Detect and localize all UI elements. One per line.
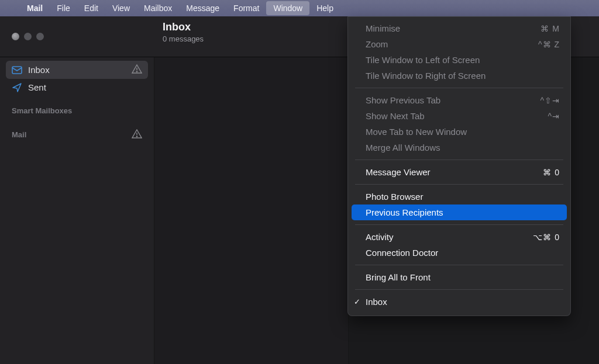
- sidebar-section-smart[interactable]: Smart Mailboxes: [6, 96, 148, 119]
- menu-item-photo-browser[interactable]: Photo Browser: [348, 189, 570, 204]
- menu-item-tile-left[interactable]: Tile Window to Left of Screen: [348, 52, 570, 68]
- list-title: Inbox: [163, 21, 204, 33]
- svg-point-4: [136, 136, 137, 137]
- svg-rect-0: [12, 67, 22, 74]
- menubar: Mail File Edit View Mailbox Message Form…: [0, 0, 599, 16]
- traffic-close[interactable]: [12, 33, 19, 40]
- menu-separator: [355, 289, 563, 290]
- list-subtitle: 0 messages: [163, 34, 204, 43]
- menu-view[interactable]: View: [105, 1, 137, 15]
- menu-item-merge[interactable]: Merge All Windows: [348, 140, 570, 155]
- menu-item-prev-tab[interactable]: Show Previous Tab ^⇧⇥: [348, 92, 570, 108]
- menu-item-move-tab[interactable]: Move Tab to New Window: [348, 124, 570, 140]
- sidebar-item-inbox[interactable]: Inbox: [6, 61, 148, 79]
- menu-file[interactable]: File: [50, 1, 77, 15]
- menu-item-message-viewer[interactable]: Message Viewer ⌘ 0: [348, 164, 570, 180]
- check-icon: ✓: [354, 297, 360, 306]
- menu-mail[interactable]: Mail: [20, 1, 50, 15]
- warning-icon: [132, 129, 142, 140]
- sidebar-item-sent[interactable]: Sent: [6, 79, 148, 96]
- menu-item-next-tab[interactable]: Show Next Tab ^⇥: [348, 108, 570, 124]
- menu-separator: [355, 265, 563, 265]
- svg-point-2: [136, 71, 137, 72]
- menu-window[interactable]: Window: [266, 1, 309, 15]
- menu-help[interactable]: Help: [309, 1, 340, 15]
- traffic-minimise[interactable]: [24, 33, 32, 40]
- window-controls: [12, 33, 44, 40]
- warning-icon: [132, 64, 142, 75]
- menu-item-bring-to-front[interactable]: Bring All to Front: [348, 269, 570, 285]
- window-menu-dropdown: Minimise ⌘ M Zoom ^⌘ Z Tile Window to Le…: [347, 16, 571, 316]
- menu-item-zoom[interactable]: Zoom ^⌘ Z: [348, 36, 570, 52]
- menu-edit[interactable]: Edit: [77, 1, 105, 15]
- menu-separator: [355, 88, 563, 88]
- menu-item-previous-recipients[interactable]: Previous Recipients: [352, 204, 567, 220]
- sidebar-label-sent: Sent: [28, 82, 46, 92]
- sidebar: Inbox Sent Smart Mailboxes Mail: [0, 57, 154, 364]
- menu-format[interactable]: Format: [226, 1, 266, 15]
- menu-item-activity[interactable]: Activity ⌥⌘ 0: [348, 229, 570, 245]
- inbox-icon: [12, 66, 22, 74]
- list-header: Inbox 0 messages: [163, 21, 204, 43]
- menu-message[interactable]: Message: [179, 1, 226, 15]
- menu-item-connection-doctor[interactable]: Connection Doctor: [348, 245, 570, 261]
- menu-item-window-inbox[interactable]: ✓ Inbox: [348, 294, 570, 310]
- sent-icon: [12, 82, 22, 92]
- menu-item-minimise[interactable]: Minimise ⌘ M: [348, 20, 570, 36]
- menu-item-tile-right[interactable]: Tile Window to Right of Screen: [348, 68, 570, 84]
- sidebar-section-mail[interactable]: Mail: [6, 119, 148, 144]
- menu-separator: [355, 184, 563, 185]
- menu-separator: [355, 224, 563, 225]
- menu-separator: [355, 160, 563, 160]
- menu-mailbox[interactable]: Mailbox: [137, 1, 179, 15]
- message-list-pane: Inbox 0 messages: [154, 57, 349, 364]
- sidebar-label-inbox: Inbox: [28, 65, 50, 75]
- traffic-zoom[interactable]: [36, 33, 44, 40]
